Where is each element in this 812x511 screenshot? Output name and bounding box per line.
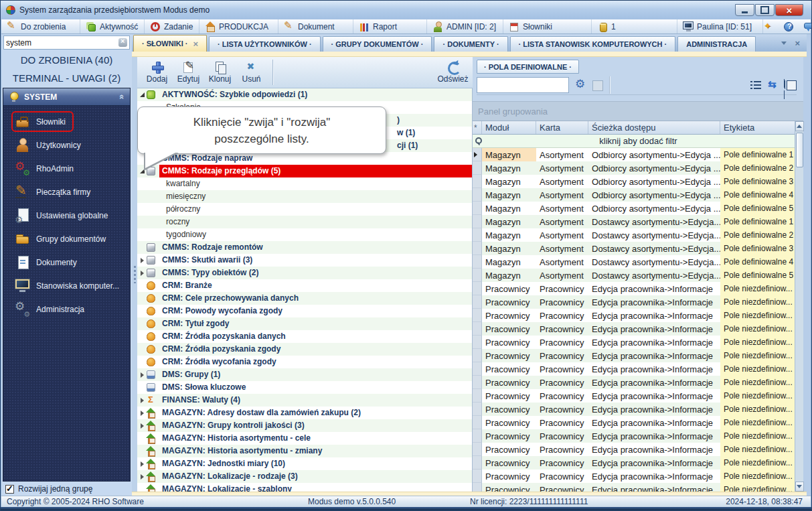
collapsed-icon[interactable]: [137, 474, 147, 480]
toolbar-dodaj-button[interactable]: Dodaj: [141, 61, 173, 84]
tab-administracja[interactable]: ADMINISTRACJA: [677, 36, 756, 52]
sidebar-search-input[interactable]: [6, 38, 118, 48]
table-row[interactable]: MagazynAsortymentDostawcy asortymentu->E…: [473, 215, 795, 228]
menu-item-raport[interactable]: Raport: [353, 19, 427, 33]
tree-item[interactable]: CMMS: Skutki awarii (3): [137, 254, 472, 267]
table-row[interactable]: MagazynAsortymentDostawcy asortymentu->E…: [473, 242, 795, 255]
sidebar-item-pieczątka-firmy[interactable]: Pieczątka firmy: [3, 180, 130, 204]
collapse-chevron-icon[interactable]: [117, 94, 127, 99]
column-header-karta[interactable]: Karta: [536, 121, 588, 134]
table-row[interactable]: PracownicyPracownicyEdycja pracownika->I…: [473, 322, 795, 336]
table-row[interactable]: PracownicyPracownicyEdycja pracownika->I…: [473, 362, 795, 376]
table-row[interactable]: MagazynAsortymentOdbiorcy asortymentu->E…: [473, 148, 795, 161]
system-group-header[interactable]: SYSTEM: [3, 88, 130, 106]
sidebar-item-grupy-dokumentów[interactable]: Grupy dokumentów: [3, 227, 130, 250]
tree-item[interactable]: CRM: Cele przechowywania danych: [137, 292, 472, 305]
collapsed-icon[interactable]: [137, 423, 147, 429]
toolbar-usuń-button[interactable]: Usuń: [236, 61, 267, 84]
table-row[interactable]: MagazynAsortymentDostawcy asortymentu->E…: [473, 269, 795, 282]
toolbar-refresh-button[interactable]: Odśwież: [437, 61, 469, 84]
tree-item[interactable]: AKTYWNOŚĆ: Szybkie odpowiedzi (1): [137, 88, 472, 101]
tree-item[interactable]: CRM: Powody wycofania zgody: [137, 305, 472, 317]
tree-item-child[interactable]: kwartalny: [137, 177, 472, 190]
table-row[interactable]: PracownicyPracownicyEdycja pracownika->I…: [473, 282, 795, 295]
tree-item[interactable]: MAGAZYN: Lokalizacje - rodzaje (3): [137, 470, 472, 483]
table-row[interactable]: PracownicyPracownicyEdycja pracownika->I…: [473, 456, 795, 469]
sidebar-item-dokumenty[interactable]: Dokumenty: [3, 250, 130, 274]
tree-item[interactable]: CRM: Branże: [137, 279, 472, 292]
menu-item-1[interactable]: 1: [592, 19, 677, 33]
tree-item[interactable]: CMMS: Rodzaje remontów: [137, 241, 472, 254]
tree-item[interactable]: MAGAZYN: Historia asortymentu - cele: [137, 432, 472, 445]
menu-item-paulina-id-51[interactable]: Paulina [ID: 51]: [677, 19, 763, 33]
tab-list-dropdown-icon[interactable]: [781, 42, 787, 45]
collapsed-icon[interactable]: [137, 461, 147, 467]
tab-dokumenty[interactable]: · DOKUMENTY ·: [434, 36, 507, 52]
table-row[interactable]: MagazynAsortymentOdbiorcy asortymentu->E…: [473, 202, 795, 215]
table-row[interactable]: PracownicyPracownicyEdycja pracownika->I…: [473, 483, 795, 492]
filter-option-box[interactable]: [592, 79, 604, 91]
toolbar-edytuj-button[interactable]: Edytuj: [173, 61, 204, 84]
tab-grupy-dokumentów[interactable]: · GRUPY DOKUMENTÓW ·: [323, 36, 432, 52]
sidebar-item-rhoadmin[interactable]: RhoAdmin: [3, 157, 130, 180]
table-scrollbar[interactable]: [795, 121, 803, 492]
tree-item[interactable]: CRM: Źródła pozyskania zgody: [137, 343, 472, 356]
menu-item-do-zrobienia[interactable]: Do zrobienia: [1, 19, 80, 33]
menu-item-zadanie[interactable]: Zadanie: [145, 19, 199, 33]
table-row[interactable]: PracownicyPracownicyEdycja pracownika->I…: [473, 376, 795, 389]
minimize-button[interactable]: [735, 4, 754, 16]
help-icon[interactable]: [783, 21, 794, 32]
tree-item[interactable]: CRM: Tytuł zgody: [137, 317, 472, 330]
column-width-icon[interactable]: [785, 79, 797, 91]
expand-one-group-checkbox[interactable]: [5, 485, 14, 494]
table-row[interactable]: PracownicyPracownicyEdycja pracownika->I…: [473, 469, 795, 483]
tree-item[interactable]: CMMS: Typy obiektów (2): [137, 267, 472, 279]
tree-item[interactable]: MAGAZYN: Adresy dostaw dla zamówień zaku…: [137, 407, 472, 419]
maximize-button[interactable]: [755, 4, 775, 16]
menu-item-produkcja[interactable]: PRODUKCJA: [199, 19, 278, 33]
sidebar-list-do-zrobienia-40[interactable]: DO ZROBIENIA (40): [1, 51, 132, 69]
table-row[interactable]: MagazynAsortymentOdbiorcy asortymentu->E…: [473, 161, 795, 175]
table-row[interactable]: PracownicyPracownicyEdycja pracownika->I…: [473, 336, 795, 349]
collapsed-icon[interactable]: [137, 271, 147, 276]
pola-definiowalne-tab[interactable]: · POLA DEFINIOWALNE ·: [477, 60, 579, 74]
table-row[interactable]: PracownicyPracownicyEdycja pracownika->I…: [473, 389, 795, 403]
right-search-input[interactable]: [477, 77, 569, 93]
table-row[interactable]: PracownicyPracownicyEdycja pracownika->I…: [473, 295, 795, 309]
sidebar-splitter[interactable]: [132, 57, 137, 492]
tree-item[interactable]: MAGAZYN: Jednostki miary (10): [137, 457, 472, 470]
sidebar-item-stanowiska-komputer[interactable]: Stanowiska komputer...: [3, 274, 130, 297]
menu-item-admin-id-2[interactable]: ADMIN [ID: 2]: [427, 19, 503, 33]
tab-słowniki[interactable]: · SŁOWNIKI ·×: [133, 35, 207, 52]
tab-close-icon[interactable]: ×: [193, 40, 198, 48]
toolbar-klonuj-button[interactable]: Klonuj: [204, 61, 236, 84]
tree-item[interactable]: MAGAZYN: Lokalizacje - szablony: [137, 483, 472, 492]
collapsed-icon[interactable]: [137, 258, 147, 263]
column-header-ścieżka-dostępu[interactable]: Ścieżka dostępu: [588, 121, 720, 134]
tree-item[interactable]: FINANSE: Waluty (4): [137, 394, 472, 407]
tree-item[interactable]: DMS: Słowa kluczowe: [137, 381, 472, 394]
scroll-up-icon[interactable]: [795, 121, 804, 131]
expanded-icon[interactable]: [137, 92, 147, 97]
sidebar-item-ustawienia-globalne[interactable]: Ustawienia globalne: [3, 204, 130, 227]
sidebar-item-użytkownicy[interactable]: Użytkownicy: [3, 133, 130, 157]
tree-item[interactable]: CRM: Źródła pozyskania danych: [137, 330, 472, 343]
scroll-thumb[interactable]: [796, 133, 803, 167]
column-header-etykieta[interactable]: Etykieta: [720, 121, 795, 134]
table-row[interactable]: MagazynAsortymentOdbiorcy asortymentu->E…: [473, 188, 795, 202]
filter-gear-icon[interactable]: [574, 79, 586, 91]
clear-search-icon[interactable]: [118, 38, 127, 47]
tree-item[interactable]: DMS: Grupy (1): [137, 368, 472, 381]
menu-item-dokument[interactable]: Dokument: [278, 19, 353, 33]
column-header-moduł[interactable]: Moduł: [482, 121, 536, 134]
menu-item-aktywność[interactable]: Aktywność: [80, 19, 145, 33]
refresh-data-icon[interactable]: [767, 79, 779, 91]
tree-item-child[interactable]: roczny: [137, 216, 472, 228]
view-list-icon[interactable]: [750, 79, 762, 91]
sidebar-item-administracja[interactable]: Administracja: [3, 297, 130, 321]
table-row[interactable]: PracownicyPracownicyEdycja pracownika->I…: [473, 309, 795, 322]
scroll-down-icon[interactable]: [795, 482, 804, 492]
close-button[interactable]: [775, 4, 803, 16]
tab-lista-użytkowników[interactable]: · LISTA UŻYTKOWNIKÓW ·: [209, 36, 321, 52]
collapsed-icon[interactable]: [137, 411, 147, 416]
